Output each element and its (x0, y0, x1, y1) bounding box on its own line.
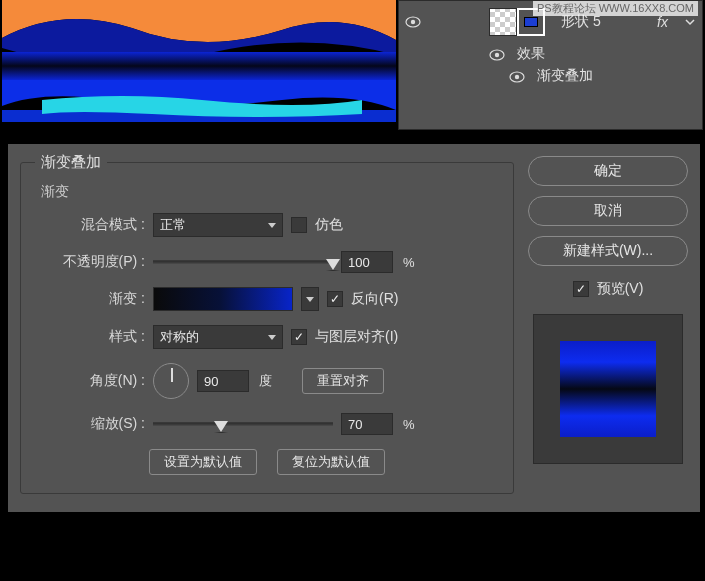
group-title: 渐变叠加 (35, 153, 107, 172)
scale-slider[interactable] (153, 414, 333, 434)
effect-name: 渐变叠加 (537, 67, 593, 85)
reset-alignment-button[interactable]: 重置对齐 (302, 368, 384, 394)
preview-checkbox[interactable] (573, 281, 589, 297)
dither-label: 仿色 (315, 216, 343, 234)
chevron-down-icon[interactable] (684, 16, 696, 28)
angle-dial[interactable] (153, 363, 189, 399)
blend-mode-value: 正常 (160, 216, 186, 234)
opacity-label: 不透明度(P) : (37, 253, 145, 271)
new-style-button[interactable]: 新建样式(W)... (528, 236, 688, 266)
gradient-dropdown[interactable] (301, 287, 319, 311)
scale-unit: % (403, 417, 415, 432)
angle-unit: 度 (259, 372, 272, 390)
blend-mode-label: 混合模式 : (37, 216, 145, 234)
svg-point-3 (411, 20, 415, 24)
preview-label: 预览(V) (597, 280, 644, 298)
chevron-down-icon (306, 297, 314, 302)
style-preview (533, 314, 683, 464)
svg-point-7 (515, 75, 519, 79)
angle-label: 角度(N) : (37, 372, 145, 390)
sub-title: 渐变 (41, 183, 497, 201)
fx-badge[interactable]: fx (657, 14, 668, 30)
opacity-slider[interactable] (153, 252, 333, 272)
effect-item-gradient-overlay[interactable]: 渐变叠加 (399, 65, 702, 87)
watermark: PS教程论坛 WWW.16XX8.COM (533, 1, 698, 16)
set-default-button[interactable]: 设置为默认值 (149, 449, 257, 475)
chevron-down-icon (268, 223, 276, 228)
chevron-down-icon (268, 335, 276, 340)
dither-checkbox[interactable] (291, 217, 307, 233)
visibility-toggle-icon[interactable] (489, 48, 505, 60)
scale-input[interactable] (341, 413, 393, 435)
artwork-preview (2, 0, 396, 122)
visibility-toggle-icon[interactable] (405, 16, 421, 28)
gradient-swatch[interactable] (153, 287, 293, 311)
align-label: 与图层对齐(I) (315, 328, 398, 346)
align-checkbox[interactable] (291, 329, 307, 345)
opacity-input[interactable] (341, 251, 393, 273)
ok-button[interactable]: 确定 (528, 156, 688, 186)
layer-style-dialog: 渐变叠加 渐变 混合模式 : 正常 仿色 不透明度(P) : (8, 144, 700, 512)
document-canvas (0, 0, 398, 130)
style-select[interactable]: 对称的 (153, 325, 283, 349)
opacity-unit: % (403, 255, 415, 270)
cancel-button[interactable]: 取消 (528, 196, 688, 226)
reverse-label: 反向(R) (351, 290, 398, 308)
effects-label: 效果 (517, 45, 545, 63)
layers-panel: PS教程论坛 WWW.16XX8.COM 形状 5 fx 效果 渐变叠加 (398, 0, 703, 130)
gradient-overlay-group: 渐变叠加 渐变 混合模式 : 正常 仿色 不透明度(P) : (20, 162, 514, 494)
gradient-label: 渐变 : (37, 290, 145, 308)
style-value: 对称的 (160, 328, 199, 346)
blend-mode-select[interactable]: 正常 (153, 213, 283, 237)
preview-swatch (560, 341, 656, 437)
scale-label: 缩放(S) : (37, 415, 145, 433)
visibility-toggle-icon[interactable] (509, 70, 525, 82)
svg-rect-1 (2, 52, 396, 80)
reset-default-button[interactable]: 复位为默认值 (277, 449, 385, 475)
effects-row[interactable]: 效果 (399, 43, 702, 65)
angle-input[interactable] (197, 370, 249, 392)
svg-point-5 (495, 53, 499, 57)
reverse-checkbox[interactable] (327, 291, 343, 307)
style-label: 样式 : (37, 328, 145, 346)
layer-thumbnail[interactable] (489, 8, 517, 36)
